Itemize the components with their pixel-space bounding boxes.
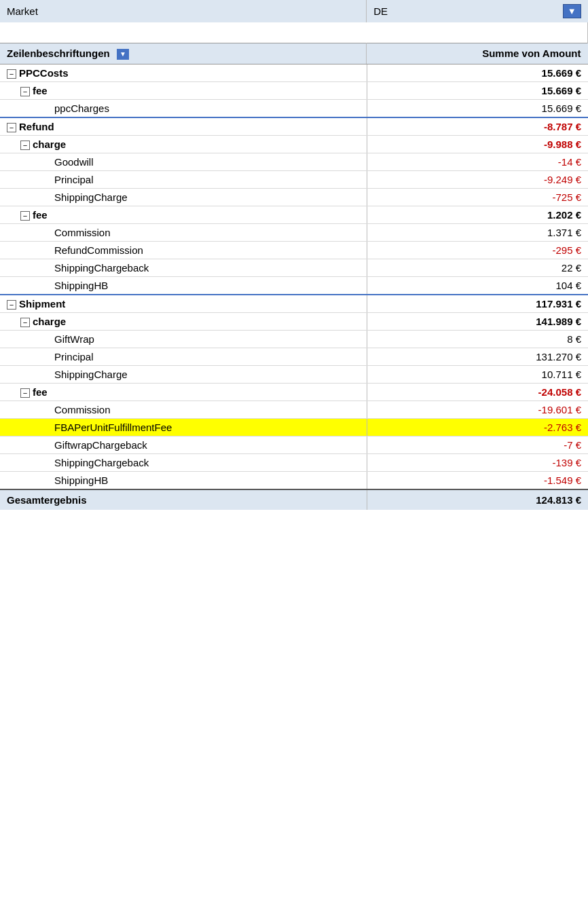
table-row: −charge141.989 € [0, 312, 588, 330]
row-label-commission1: Commission [0, 223, 367, 241]
row-amount-refund-fee: 1.202 € [367, 206, 588, 223]
row-label-text-ppcCharges: ppcCharges [54, 103, 109, 114]
row-label-shippingcharge2: ShippingCharge [0, 365, 367, 383]
table-row: −fee15.669 € [0, 81, 588, 99]
total-amount: 124.813 € [367, 489, 588, 510]
table-row: ShippingHB104 € [0, 276, 588, 295]
market-label: Market [0, 0, 367, 22]
row-amount-shippingchargeback1: 22 € [367, 259, 588, 276]
row-label-text-shipment: Shipment [19, 298, 65, 310]
row-label-giftwrapchargeback: GiftwrapChargeback [0, 436, 367, 453]
row-label-text-shippinghb1: ShippingHB [54, 280, 108, 291]
table-row: Principal-9.249 € [0, 170, 588, 188]
row-label-shipment-fee[interactable]: −fee [0, 383, 367, 401]
row-label-text-ppccosts: PPCCosts [19, 67, 69, 79]
header-filter-icon[interactable]: ▼ [117, 49, 129, 60]
header-row: Zeilenbeschriftungen ▼ Summe von Amount [0, 43, 588, 64]
table-row: ppcCharges15.669 € [0, 99, 588, 117]
row-label-text-principal2: Principal [54, 351, 94, 362]
row-amount-shipment-charge: 141.989 € [367, 312, 588, 330]
row-label-shippinghb1: ShippingHB [0, 276, 367, 295]
table-row: FBAPerUnitFulfillmentFee-2.763 € [0, 418, 588, 436]
row-amount-shippingcharge2: 10.711 € [367, 365, 588, 383]
collapse-icon-shipment-fee[interactable]: − [20, 388, 30, 398]
row-label-text-shippingchargeback2: ShippingChargeback [54, 457, 149, 468]
row-label-refund[interactable]: −Refund [0, 117, 367, 136]
table-row: −fee-24.058 € [0, 383, 588, 401]
spacer-cell [0, 22, 588, 43]
row-label-shipment[interactable]: −Shipment [0, 295, 367, 313]
row-amount-goodwill: -14 € [367, 153, 588, 170]
row-amount-commission1: 1.371 € [367, 223, 588, 241]
table-row: −Shipment117.931 € [0, 295, 588, 313]
table-row: −PPCCosts15.669 € [0, 64, 588, 82]
row-label-text-shipment-fee: fee [33, 386, 48, 398]
row-label-text-commission1: Commission [54, 227, 111, 238]
row-label-refund-charge[interactable]: −charge [0, 135, 367, 153]
row-amount-shipment: 117.931 € [367, 295, 588, 313]
row-label-principal1: Principal [0, 170, 367, 188]
row-amount-giftwrapchargeback: -7 € [367, 436, 588, 453]
row-amount-giftwrap: 8 € [367, 330, 588, 348]
row-label-goodwill: Goodwill [0, 153, 367, 170]
table-row: −charge-9.988 € [0, 135, 588, 153]
collapse-icon-ppccosts[interactable]: − [7, 69, 16, 79]
row-label-text-principal1: Principal [54, 174, 94, 185]
table-row: ShippingChargeback-139 € [0, 453, 588, 471]
row-amount-shippinghb2: -1.549 € [367, 471, 588, 489]
row-amount-ppccosts-fee: 15.669 € [367, 81, 588, 99]
collapse-icon-refund-charge[interactable]: − [20, 141, 30, 150]
row-label-text-giftwrap: GiftWrap [54, 333, 94, 345]
row-label-text-refund-charge: charge [33, 138, 66, 150]
row-label-shippingchargeback2: ShippingChargeback [0, 453, 367, 471]
table-row: RefundCommission-295 € [0, 241, 588, 259]
row-amount-shippingcharge1: -725 € [367, 188, 588, 206]
market-filter-cell[interactable]: ▼ [502, 0, 588, 22]
row-label-fbaperunit: FBAPerUnitFulfillmentFee [0, 418, 367, 436]
row-amount-refund: -8.787 € [367, 117, 588, 136]
table-row: Principal131.270 € [0, 348, 588, 365]
row-label-text-refund-fee: fee [33, 209, 48, 221]
spacer-row [0, 22, 588, 43]
table-row: GiftWrap8 € [0, 330, 588, 348]
row-label-text-refundcommission: RefundCommission [54, 244, 143, 256]
row-amount-refund-charge: -9.988 € [367, 135, 588, 153]
collapse-icon-shipment[interactable]: − [7, 300, 16, 310]
collapse-icon-ppccosts-fee[interactable]: − [20, 87, 30, 96]
row-label-giftwrap: GiftWrap [0, 330, 367, 348]
collapse-icon-shipment-charge[interactable]: − [20, 318, 30, 327]
row-label-refund-fee[interactable]: −fee [0, 206, 367, 223]
row-amount-shippingchargeback2: -139 € [367, 453, 588, 471]
row-label-ppcCharges: ppcCharges [0, 99, 367, 117]
row-label-ppccosts-fee[interactable]: −fee [0, 81, 367, 99]
row-amount-fbaperunit: -2.763 € [367, 418, 588, 436]
collapse-icon-refund[interactable]: − [7, 123, 16, 132]
row-amount-ppcCharges: 15.669 € [367, 99, 588, 117]
row-amount-principal2: 131.270 € [367, 348, 588, 365]
table-row: ShippingCharge-725 € [0, 188, 588, 206]
row-label-text-goodwill: Goodwill [54, 156, 94, 168]
table-row: Commission1.371 € [0, 223, 588, 241]
table-row: GiftwrapChargeback-7 € [0, 436, 588, 453]
market-filter-button[interactable]: ▼ [563, 4, 581, 18]
row-amount-shippinghb1: 104 € [367, 276, 588, 295]
collapse-icon-refund-fee[interactable]: − [20, 211, 30, 221]
table-row: ShippingCharge10.711 € [0, 365, 588, 383]
total-row: Gesamtergebnis 124.813 € [0, 489, 588, 510]
table-row: −fee1.202 € [0, 206, 588, 223]
row-amount-ppccosts: 15.669 € [367, 64, 588, 82]
row-label-text-refund: Refund [19, 121, 54, 132]
market-value: DE [367, 0, 502, 22]
row-label-commission2: Commission [0, 401, 367, 418]
row-label-text-shippinghb2: ShippingHB [54, 475, 108, 486]
row-amount-principal1: -9.249 € [367, 170, 588, 188]
row-label-ppccosts[interactable]: −PPCCosts [0, 64, 367, 82]
table-row: Goodwill-14 € [0, 153, 588, 170]
header-label-cell: Zeilenbeschriftungen ▼ [0, 43, 367, 64]
row-label-shippinghb2: ShippingHB [0, 471, 367, 489]
row-label-shipment-charge[interactable]: −charge [0, 312, 367, 330]
table-row: −Refund-8.787 € [0, 117, 588, 136]
row-label-text-ppccosts-fee: fee [33, 85, 48, 96]
total-label: Gesamtergebnis [0, 489, 367, 510]
row-label-text-fbaperunit: FBAPerUnitFulfillmentFee [54, 422, 172, 433]
